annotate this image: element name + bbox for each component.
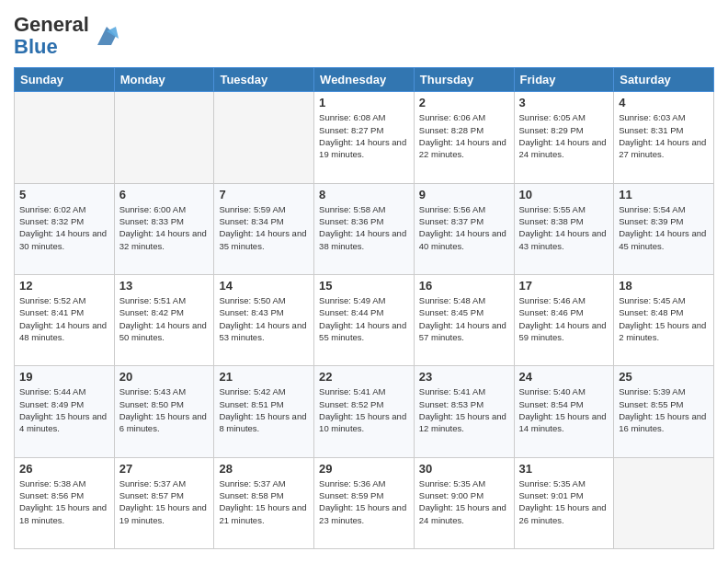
day-number: 14 <box>219 279 309 293</box>
col-header-monday: Monday <box>114 68 214 92</box>
day-info: Sunrise: 5:38 AMSunset: 8:56 PMDaylight:… <box>19 477 109 526</box>
calendar-cell: 19Sunrise: 5:44 AMSunset: 8:49 PMDayligh… <box>15 366 115 457</box>
calendar-cell: 9Sunrise: 5:56 AMSunset: 8:37 PMDaylight… <box>414 183 514 274</box>
day-info: Sunrise: 5:37 AMSunset: 8:57 PMDaylight:… <box>119 477 210 526</box>
day-number: 4 <box>619 96 709 109</box>
calendar-cell: 11Sunrise: 5:54 AMSunset: 8:39 PMDayligh… <box>614 183 714 274</box>
calendar-cell <box>114 92 214 183</box>
day-number: 25 <box>619 370 709 384</box>
calendar-cell: 6Sunrise: 6:00 AMSunset: 8:33 PMDaylight… <box>114 183 214 274</box>
calendar-cell: 29Sunrise: 5:36 AMSunset: 8:59 PMDayligh… <box>314 457 415 548</box>
day-number: 28 <box>219 462 309 476</box>
day-number: 15 <box>319 279 409 293</box>
day-number: 22 <box>319 370 409 384</box>
calendar-cell: 12Sunrise: 5:52 AMSunset: 8:41 PMDayligh… <box>15 275 115 366</box>
day-number: 17 <box>519 279 609 293</box>
col-header-wednesday: Wednesday <box>314 68 415 92</box>
day-info: Sunrise: 5:41 AMSunset: 8:53 PMDaylight:… <box>419 385 509 434</box>
day-info: Sunrise: 5:50 AMSunset: 8:43 PMDaylight:… <box>219 294 309 343</box>
calendar-cell: 23Sunrise: 5:41 AMSunset: 8:53 PMDayligh… <box>414 366 514 457</box>
calendar-cell: 4Sunrise: 6:03 AMSunset: 8:31 PMDaylight… <box>614 92 714 183</box>
page: General Blue SundayMondayTuesdayWednesda… <box>0 0 728 563</box>
day-info: Sunrise: 6:08 AMSunset: 8:27 PMDaylight:… <box>319 111 409 160</box>
day-info: Sunrise: 5:37 AMSunset: 8:58 PMDaylight:… <box>219 477 309 526</box>
col-header-saturday: Saturday <box>614 68 714 92</box>
calendar-cell: 31Sunrise: 5:35 AMSunset: 9:01 PMDayligh… <box>514 457 614 548</box>
day-info: Sunrise: 5:43 AMSunset: 8:50 PMDaylight:… <box>119 385 210 434</box>
day-info: Sunrise: 5:58 AMSunset: 8:36 PMDaylight:… <box>319 203 409 252</box>
calendar-cell: 8Sunrise: 5:58 AMSunset: 8:36 PMDaylight… <box>314 183 415 274</box>
day-number: 31 <box>519 462 609 476</box>
calendar-cell: 16Sunrise: 5:48 AMSunset: 8:45 PMDayligh… <box>414 275 514 366</box>
day-number: 29 <box>319 462 409 476</box>
calendar-cell: 30Sunrise: 5:35 AMSunset: 9:00 PMDayligh… <box>414 457 514 548</box>
logo-blue-text: Blue <box>14 36 89 58</box>
calendar-cell: 2Sunrise: 6:06 AMSunset: 8:28 PMDaylight… <box>414 92 514 183</box>
day-info: Sunrise: 5:39 AMSunset: 8:55 PMDaylight:… <box>619 385 709 434</box>
day-number: 1 <box>319 96 409 109</box>
day-number: 18 <box>619 279 709 293</box>
logo-general: General <box>14 13 89 36</box>
calendar-cell: 28Sunrise: 5:37 AMSunset: 8:58 PMDayligh… <box>214 457 314 548</box>
day-number: 21 <box>219 370 309 384</box>
calendar-cell: 7Sunrise: 5:59 AMSunset: 8:34 PMDaylight… <box>214 183 314 274</box>
day-info: Sunrise: 6:05 AMSunset: 8:29 PMDaylight:… <box>519 111 609 160</box>
day-info: Sunrise: 5:45 AMSunset: 8:48 PMDaylight:… <box>619 294 709 343</box>
day-number: 27 <box>119 462 210 476</box>
day-info: Sunrise: 5:40 AMSunset: 8:54 PMDaylight:… <box>519 385 609 434</box>
day-number: 20 <box>119 370 210 384</box>
calendar-cell: 25Sunrise: 5:39 AMSunset: 8:55 PMDayligh… <box>614 366 714 457</box>
calendar-cell <box>15 92 115 183</box>
day-number: 13 <box>119 279 210 293</box>
day-number: 8 <box>319 188 409 201</box>
day-number: 9 <box>419 188 509 201</box>
logo: General Blue <box>14 14 120 58</box>
day-info: Sunrise: 5:52 AMSunset: 8:41 PMDaylight:… <box>19 294 109 343</box>
calendar-cell: 18Sunrise: 5:45 AMSunset: 8:48 PMDayligh… <box>614 275 714 366</box>
calendar-cell <box>214 92 314 183</box>
day-info: Sunrise: 5:36 AMSunset: 8:59 PMDaylight:… <box>319 477 409 526</box>
day-info: Sunrise: 5:48 AMSunset: 8:45 PMDaylight:… <box>419 294 509 343</box>
calendar-cell: 13Sunrise: 5:51 AMSunset: 8:42 PMDayligh… <box>114 275 214 366</box>
calendar-cell: 24Sunrise: 5:40 AMSunset: 8:54 PMDayligh… <box>514 366 614 457</box>
logo-text: General <box>14 14 89 36</box>
day-info: Sunrise: 5:54 AMSunset: 8:39 PMDaylight:… <box>619 203 709 252</box>
calendar-cell: 3Sunrise: 6:05 AMSunset: 8:29 PMDaylight… <box>514 92 614 183</box>
calendar-cell: 10Sunrise: 5:55 AMSunset: 8:38 PMDayligh… <box>514 183 614 274</box>
calendar: SundayMondayTuesdayWednesdayThursdayFrid… <box>14 67 714 549</box>
day-number: 19 <box>19 370 109 384</box>
day-number: 30 <box>419 462 509 476</box>
col-header-thursday: Thursday <box>414 68 514 92</box>
calendar-cell: 27Sunrise: 5:37 AMSunset: 8:57 PMDayligh… <box>114 457 214 548</box>
day-info: Sunrise: 6:02 AMSunset: 8:32 PMDaylight:… <box>19 203 109 252</box>
day-info: Sunrise: 6:03 AMSunset: 8:31 PMDaylight:… <box>619 111 709 160</box>
logo-blue: Blue <box>14 35 58 58</box>
calendar-cell: 17Sunrise: 5:46 AMSunset: 8:46 PMDayligh… <box>514 275 614 366</box>
day-number: 6 <box>119 188 210 201</box>
calendar-cell: 26Sunrise: 5:38 AMSunset: 8:56 PMDayligh… <box>15 457 115 548</box>
calendar-cell: 21Sunrise: 5:42 AMSunset: 8:51 PMDayligh… <box>214 366 314 457</box>
day-number: 7 <box>219 188 309 201</box>
day-info: Sunrise: 5:44 AMSunset: 8:49 PMDaylight:… <box>19 385 109 434</box>
day-info: Sunrise: 5:46 AMSunset: 8:46 PMDaylight:… <box>519 294 609 343</box>
day-number: 23 <box>419 370 509 384</box>
day-info: Sunrise: 5:41 AMSunset: 8:52 PMDaylight:… <box>319 385 409 434</box>
day-number: 11 <box>619 188 709 201</box>
calendar-cell: 22Sunrise: 5:41 AMSunset: 8:52 PMDayligh… <box>314 366 415 457</box>
calendar-cell: 5Sunrise: 6:02 AMSunset: 8:32 PMDaylight… <box>15 183 115 274</box>
day-info: Sunrise: 5:49 AMSunset: 8:44 PMDaylight:… <box>319 294 409 343</box>
day-number: 12 <box>19 279 109 293</box>
day-info: Sunrise: 5:42 AMSunset: 8:51 PMDaylight:… <box>219 385 309 434</box>
day-info: Sunrise: 5:35 AMSunset: 9:01 PMDaylight:… <box>519 477 609 526</box>
day-number: 26 <box>19 462 109 476</box>
day-info: Sunrise: 6:06 AMSunset: 8:28 PMDaylight:… <box>419 111 509 160</box>
header: General Blue <box>14 14 714 58</box>
col-header-sunday: Sunday <box>15 68 115 92</box>
day-info: Sunrise: 6:00 AMSunset: 8:33 PMDaylight:… <box>119 203 210 252</box>
day-number: 3 <box>519 96 609 109</box>
calendar-cell: 15Sunrise: 5:49 AMSunset: 8:44 PMDayligh… <box>314 275 415 366</box>
day-number: 16 <box>419 279 509 293</box>
col-header-friday: Friday <box>514 68 614 92</box>
calendar-cell: 1Sunrise: 6:08 AMSunset: 8:27 PMDaylight… <box>314 92 415 183</box>
day-info: Sunrise: 5:55 AMSunset: 8:38 PMDaylight:… <box>519 203 609 252</box>
